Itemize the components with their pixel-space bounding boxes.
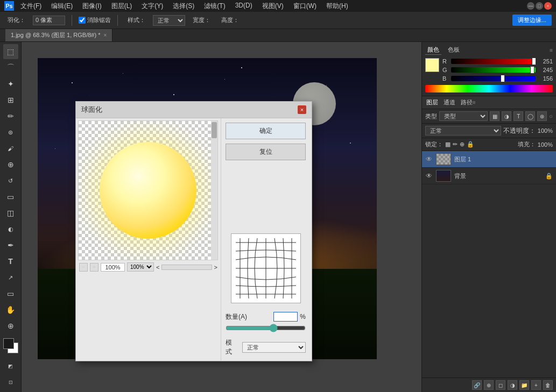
mode-select[interactable]: 正常 仅水平 仅垂直 [242,342,306,353]
lock-transparent-icon[interactable]: ▦ [445,141,451,148]
confirm-button[interactable]: 确定 [226,123,306,139]
tab-color[interactable]: 颜色 [425,45,441,55]
heal-tool[interactable]: ⊛ [3,125,18,140]
tab-swatches[interactable]: 色板 [446,45,462,55]
marquee-tool[interactable]: ⬚ [3,44,18,59]
dialog-close-button[interactable]: × [298,105,306,114]
minimize-button[interactable]: — [527,2,534,10]
reset-button[interactable]: 复位 [226,144,306,160]
lock-paint-icon[interactable]: ✏ [453,141,458,148]
history-brush-tool[interactable]: ↺ [3,173,18,188]
delete-layer-button[interactable]: 🗑 [543,380,553,390]
preview-scrollbar[interactable] [211,121,217,260]
amount-row: 数量(A) 22 % [226,312,306,322]
red-slider-track[interactable] [451,59,536,64]
brush-tool[interactable]: 🖌 [3,141,18,156]
layer-item-background[interactable]: 👁 背景 🔒 [422,168,556,184]
tab-layers[interactable]: 图层 [426,98,438,106]
add-mask-button[interactable]: ◻ [496,380,505,390]
menu-file[interactable]: 文件(F) [16,1,46,12]
close-button[interactable]: × [544,2,552,10]
eraser-tool[interactable]: ▭ [3,189,18,204]
adjust-edge-button[interactable]: 调整边缘... [512,15,552,26]
add-adjustment-button[interactable]: ◑ [508,380,517,390]
green-thumb[interactable] [530,66,534,74]
zoom-plus-button[interactable]: + [90,263,98,272]
filter-toggle[interactable]: ○ [549,113,553,119]
amount-slider[interactable] [226,324,306,332]
dialog-controls-panel: 确定 复位 [221,118,310,361]
menu-help[interactable]: 帮助(H) [322,1,353,12]
selection-path-tool[interactable]: ↗ [3,270,18,285]
lasso-tool[interactable]: ⌒ [3,60,18,75]
eyedropper-tool[interactable]: ✏ [3,109,18,124]
add-style-button[interactable]: ⊕ [484,380,494,390]
clone-tool[interactable]: ⊕ [3,157,18,172]
red-label: R [442,58,449,65]
zoom-minus-button[interactable]: − [79,263,88,272]
nav-scrollbar[interactable] [161,265,212,270]
filter-pixel-btn[interactable]: ▦ [490,111,499,121]
moon-preview [100,142,196,239]
nav-right-arrow[interactable]: > [214,264,217,270]
magic-wand-tool[interactable]: ✦ [3,76,18,91]
zoom-select[interactable]: 100% [127,262,154,272]
pen-tool[interactable]: ✒ [3,238,18,253]
blue-thumb[interactable] [501,75,505,82]
lock-all-icon[interactable]: 🔒 [467,141,474,148]
ps-logo: Ps [4,1,14,11]
color-selector[interactable] [3,338,18,353]
add-group-button[interactable]: 📁 [519,380,529,390]
current-color-swatch[interactable] [425,58,439,72]
nav-left-arrow[interactable]: < [156,264,159,270]
text-tool[interactable]: T [3,254,18,269]
hand-tool[interactable]: ✋ [3,302,18,317]
link-layers-button[interactable]: 🔗 [472,380,482,390]
filter-text-btn[interactable]: T [513,111,523,121]
screen-mode-toggle[interactable]: ⊡ [3,375,18,390]
document-tab[interactable]: 1.jpg @ 68.3% (图层 1, RGB/8#) * × [5,29,112,41]
menu-text[interactable]: 文字(Y) [137,1,167,12]
layer-1-visibility-toggle[interactable]: 👁 [425,155,433,163]
shape-tool[interactable]: ▭ [3,286,18,301]
dialog-preview-panel: − + 100% 100% < > [76,118,221,361]
menu-view[interactable]: 视图(V) [258,1,288,12]
dodge-tool[interactable]: ◐ [3,222,18,237]
menu-3d[interactable]: 3D(D) [231,1,257,12]
layer-item-1[interactable]: 👁 图层 1 [422,151,556,168]
anti-alias-checkbox[interactable] [79,17,86,24]
gradient-tool[interactable]: ◫ [3,205,18,220]
lock-position-icon[interactable]: ⊕ [460,141,464,148]
blue-slider-track[interactable] [451,76,536,81]
menu-filter[interactable]: 滤镜(T) [200,1,229,12]
options-toolbar: 羽化： 消除锯齿 样式： 正常 宽度： 高度： 调整边缘... [0,12,556,29]
crop-tool[interactable]: ⊞ [3,92,18,108]
blend-mode-select[interactable]: 正常 [425,126,501,136]
feather-input[interactable] [33,16,65,25]
tab-channels[interactable]: 通道 [444,98,455,106]
foreground-color-swatch[interactable] [3,338,14,349]
color-panel-menu[interactable]: ≡ [550,47,553,53]
menu-window[interactable]: 窗口(W) [289,1,321,12]
quick-mask-toggle[interactable]: ◩ [3,359,18,374]
menu-image[interactable]: 图像(I) [78,1,105,12]
add-layer-button[interactable]: + [531,380,541,390]
menu-layer[interactable]: 图层(L) [107,1,137,12]
style-select[interactable]: 正常 [153,15,185,26]
maximize-button[interactable]: □ [536,2,543,10]
zoom-tool[interactable]: ⊕ [3,318,18,333]
tab-paths[interactable]: 路径 [461,98,473,106]
menu-select[interactable]: 选择(S) [168,1,199,12]
green-slider-track[interactable] [451,67,536,73]
filter-smart-btn[interactable]: ⊛ [537,111,547,121]
background-visibility-toggle[interactable]: 👁 [425,172,433,180]
layers-panel-menu[interactable]: ≡ [473,99,476,105]
filter-shape-btn[interactable]: ◯ [525,111,535,121]
filter-type-select[interactable]: 类型 [439,111,488,121]
filter-adjustment-btn[interactable]: ◑ [502,111,511,121]
red-thumb[interactable] [532,58,536,65]
menu-edit[interactable]: 编辑(E) [47,1,77,12]
tab-close-button[interactable]: × [103,32,107,38]
amount-input[interactable]: 22 [273,312,298,322]
scroll-thumb[interactable] [212,122,217,138]
